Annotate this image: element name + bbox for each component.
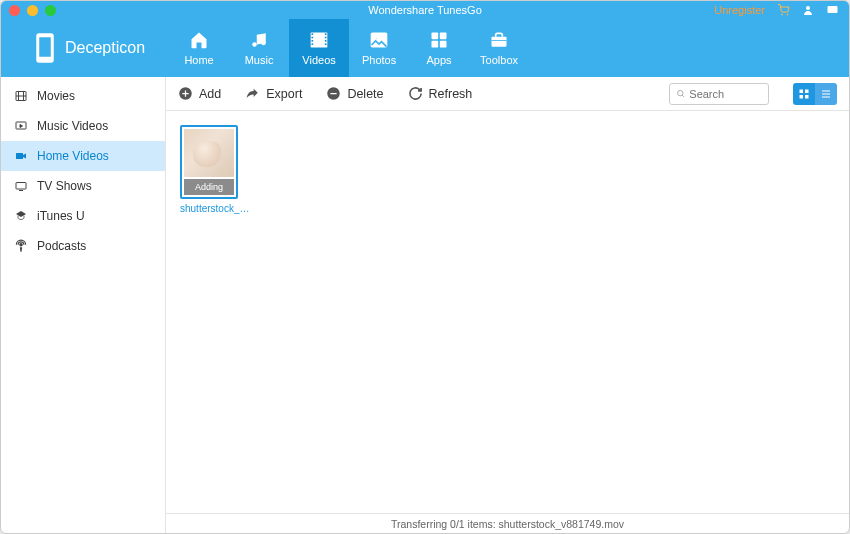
refresh-button[interactable]: Refresh	[408, 86, 473, 101]
export-button[interactable]: Export	[245, 87, 302, 101]
nav-photos-label: Photos	[362, 54, 396, 66]
zoom-window-button[interactable]	[45, 5, 56, 16]
titlebar-right: Unregister	[714, 4, 839, 16]
svg-rect-44	[800, 89, 804, 93]
svg-marker-31	[20, 125, 23, 128]
nav-toolbox[interactable]: Toolbox	[469, 19, 529, 77]
device-selector[interactable]: Decepticon	[1, 19, 169, 77]
app-window: Wondershare TunesGo Unregister Deceptico…	[0, 0, 850, 534]
view-toggle	[793, 83, 837, 105]
svg-rect-32	[16, 153, 23, 159]
status-text: Transferring 0/1 items: shutterstock_v88…	[391, 518, 624, 530]
nav-music-label: Music	[245, 54, 274, 66]
sidebar-item-home-videos[interactable]: Home Videos	[1, 141, 165, 171]
nav-photos[interactable]: Photos	[349, 19, 409, 77]
toolbar: Add Export Delete Refresh	[166, 77, 849, 111]
video-item[interactable]: Adding shutterstock_v...	[180, 125, 238, 214]
nav-videos-label: Videos	[302, 54, 335, 66]
header-nav: Decepticon Home Music Videos Photos Apps	[1, 19, 849, 77]
sidebar-item-movies[interactable]: Movies	[1, 81, 165, 111]
svg-point-0	[782, 14, 783, 15]
nav-toolbox-label: Toolbox	[480, 54, 518, 66]
main-nav: Home Music Videos Photos Apps Toolbox	[169, 19, 529, 77]
svg-rect-17	[325, 43, 327, 45]
photos-icon	[368, 30, 390, 50]
sidebar-item-itunes-u[interactable]: iTunes U	[1, 201, 165, 231]
nav-apps[interactable]: Apps	[409, 19, 469, 77]
graduation-icon	[13, 210, 29, 222]
minus-circle-icon	[326, 86, 341, 101]
nav-music[interactable]: Music	[229, 19, 289, 77]
sidebar: Movies Music Videos Home Videos TV Shows	[1, 77, 166, 533]
list-view-button[interactable]	[815, 83, 837, 105]
svg-point-2	[806, 6, 810, 10]
search-box[interactable]	[669, 83, 769, 105]
sidebar-item-label: Podcasts	[37, 239, 86, 253]
svg-rect-13	[312, 43, 314, 45]
svg-rect-20	[432, 33, 439, 40]
unregister-link[interactable]: Unregister	[714, 4, 765, 16]
svg-rect-14	[325, 33, 327, 35]
device-name: Decepticon	[65, 39, 145, 57]
svg-point-7	[252, 42, 257, 47]
svg-point-19	[375, 37, 378, 40]
svg-rect-12	[312, 40, 314, 42]
svg-point-6	[44, 59, 46, 61]
apps-icon	[429, 30, 449, 50]
svg-point-1	[787, 14, 788, 15]
sidebar-item-music-videos[interactable]: Music Videos	[1, 111, 165, 141]
list-icon	[820, 88, 832, 100]
svg-rect-11	[312, 37, 314, 39]
podcast-icon	[13, 239, 29, 253]
search-icon	[676, 88, 685, 99]
user-icon[interactable]	[802, 4, 814, 16]
add-button[interactable]: Add	[178, 86, 221, 101]
nav-videos[interactable]: Videos	[289, 19, 349, 77]
sidebar-item-tv-shows[interactable]: TV Shows	[1, 171, 165, 201]
svg-point-36	[20, 244, 22, 246]
feedback-icon[interactable]	[826, 4, 839, 16]
content-grid: Adding shutterstock_v...	[166, 111, 849, 513]
sidebar-item-podcasts[interactable]: Podcasts	[1, 231, 165, 261]
export-icon	[245, 87, 260, 101]
music-video-icon	[13, 120, 29, 132]
svg-rect-34	[16, 183, 26, 190]
body: Movies Music Videos Home Videos TV Shows	[1, 77, 849, 533]
home-icon	[188, 30, 210, 50]
export-label: Export	[266, 87, 302, 101]
sidebar-item-label: iTunes U	[37, 209, 85, 223]
svg-rect-5	[39, 37, 52, 58]
svg-rect-46	[800, 95, 804, 99]
svg-line-43	[682, 95, 684, 97]
sidebar-item-label: Music Videos	[37, 119, 108, 133]
close-window-button[interactable]	[9, 5, 20, 16]
main-panel: Add Export Delete Refresh	[166, 77, 849, 533]
nav-home[interactable]: Home	[169, 19, 229, 77]
search-input[interactable]	[689, 88, 762, 100]
svg-rect-3	[828, 6, 838, 13]
delete-button[interactable]: Delete	[326, 86, 383, 101]
svg-rect-10	[312, 33, 314, 35]
sidebar-item-label: Home Videos	[37, 149, 109, 163]
svg-rect-22	[432, 41, 439, 48]
camera-icon	[13, 150, 29, 162]
nav-apps-label: Apps	[427, 54, 452, 66]
sidebar-item-label: TV Shows	[37, 179, 92, 193]
svg-marker-33	[23, 154, 26, 159]
status-bar: Transferring 0/1 items: shutterstock_v88…	[166, 513, 849, 533]
cart-icon[interactable]	[777, 4, 790, 16]
svg-point-42	[678, 90, 683, 95]
refresh-icon	[408, 86, 423, 101]
svg-rect-15	[325, 37, 327, 39]
window-controls	[9, 5, 56, 16]
video-status-overlay: Adding	[184, 179, 234, 195]
grid-view-button[interactable]	[793, 83, 815, 105]
svg-rect-23	[440, 41, 447, 48]
titlebar: Wondershare TunesGo Unregister	[1, 1, 849, 19]
toolbox-icon	[488, 30, 510, 50]
minimize-window-button[interactable]	[27, 5, 38, 16]
svg-rect-45	[805, 89, 809, 93]
svg-rect-21	[440, 33, 447, 40]
add-label: Add	[199, 87, 221, 101]
nav-home-label: Home	[184, 54, 213, 66]
